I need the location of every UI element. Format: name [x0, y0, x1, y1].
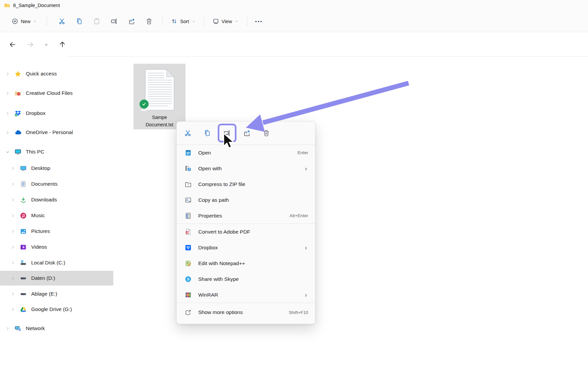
sidebar-item-videos[interactable]: Videos [0, 240, 113, 254]
sidebar-item-this-pc[interactable]: This PC [0, 144, 113, 159]
show-more-options-icon [184, 309, 192, 316]
address-bar[interactable] [76, 38, 588, 51]
cut-button[interactable] [179, 124, 197, 142]
copy-button[interactable] [70, 15, 88, 28]
sidebar-item-music[interactable]: Music [0, 208, 113, 223]
menu-item-properties[interactable]: PropertiesAlt+Enter [177, 208, 315, 224]
disk-icon [20, 275, 27, 282]
folder-icon [4, 2, 10, 8]
sidebar-item-desktop[interactable]: Desktop [0, 161, 113, 176]
sidebar-item-local-disk-c[interactable]: Local Disk (C:) [0, 255, 113, 270]
zip-folder-icon [184, 181, 192, 188]
videos-icon [20, 244, 27, 251]
cut-icon [58, 17, 66, 25]
cut-button[interactable] [53, 15, 70, 28]
copy-icon [75, 17, 83, 25]
rename-icon [110, 17, 118, 25]
menu-item-open-with[interactable]: Open with› [177, 161, 315, 176]
open-icon [184, 149, 192, 157]
star-icon [14, 70, 21, 77]
chevron-right-icon[interactable] [10, 275, 15, 281]
toolbar-separator [162, 17, 163, 26]
chevron-right-icon[interactable] [10, 166, 15, 171]
sidebar-item-dropbox[interactable]: Dropbox [0, 106, 113, 121]
delete-button[interactable] [140, 15, 158, 28]
paste-icon [93, 17, 101, 25]
sidebar-item-documents[interactable]: Documents [0, 177, 113, 191]
chevron-right-icon[interactable] [10, 229, 15, 234]
sidebar-item-creative-cloud-files[interactable]: Creative Cloud Files [0, 86, 113, 101]
share-icon [128, 17, 136, 25]
menu-item-copy-as-path[interactable]: Copy as path [177, 192, 315, 208]
chevron-right-icon[interactable] [10, 244, 15, 250]
chevron-right-icon[interactable] [10, 181, 15, 187]
trash-icon [262, 129, 270, 137]
delete-button[interactable] [257, 124, 275, 142]
sync-check-badge-icon [140, 100, 149, 109]
rename-button[interactable] [105, 15, 123, 28]
menu-item-label: Open [198, 150, 298, 156]
chevron-right-icon[interactable] [10, 260, 15, 265]
menu-item-winrar[interactable]: WinRAR› [177, 287, 315, 303]
menu-item-convert-adobe-pdf[interactable]: Convert to Adobe PDF [177, 224, 315, 240]
music-icon [20, 212, 27, 219]
chevron-down-icon [192, 19, 196, 23]
chevron-right-icon[interactable] [10, 307, 15, 312]
more-options-button[interactable]: ••• [252, 16, 266, 26]
menu-item-label: Compress to ZIP file [198, 181, 308, 187]
ellipsis-icon: ••• [255, 19, 263, 24]
open-with-icon [184, 165, 192, 172]
sidebar-item-quick-access[interactable]: Quick access [0, 66, 113, 81]
chevron-right-icon[interactable] [10, 291, 15, 297]
arrow-up-icon [58, 41, 66, 49]
file-item-sample-document[interactable]: Sampe Document.txt [133, 64, 185, 129]
share-icon [243, 129, 251, 137]
recent-locations-button[interactable] [44, 42, 49, 47]
chevron-right-icon[interactable] [10, 197, 15, 202]
forward-button[interactable] [26, 41, 34, 49]
sidebar-item-google-drive-g[interactable]: Google Drive (G:) [0, 302, 113, 317]
copy-button[interactable] [198, 124, 216, 142]
menu-item-open[interactable]: OpenEnter [177, 145, 315, 161]
chevron-right-icon[interactable] [5, 111, 10, 116]
sidebar-item-ablage-e[interactable]: Ablage (E:) [0, 287, 113, 301]
sidebar-item-label: Local Disk (C:) [31, 260, 65, 266]
menu-shortcut: Alt+Enter [289, 213, 308, 218]
view-icon [212, 18, 219, 25]
sidebar-item-network[interactable]: Network [0, 321, 113, 336]
sidebar-item-pictures[interactable]: Pictures [0, 224, 113, 239]
sidebar-item-label: Videos [31, 244, 47, 250]
notepad-plus-plus-icon [184, 260, 192, 267]
sidebar-item-label: Quick access [26, 71, 57, 77]
up-button[interactable] [58, 41, 66, 49]
share-button[interactable] [123, 15, 140, 28]
sidebar-item-onedrive[interactable]: OneDrive - Personal [0, 125, 113, 140]
rename-button-highlighted[interactable] [218, 124, 236, 142]
menu-item-compress-zip[interactable]: Compress to ZIP file [177, 176, 315, 192]
view-button[interactable]: View [209, 15, 242, 27]
menu-item-share-with-skype[interactable]: Share with Skype [177, 271, 315, 287]
chevron-right-icon[interactable] [5, 71, 10, 76]
chevron-right-icon[interactable] [5, 130, 10, 135]
sort-button[interactable]: Sort [167, 15, 199, 27]
skype-icon [184, 275, 192, 283]
chevron-down-icon [234, 19, 239, 23]
chevron-right-icon[interactable] [10, 213, 15, 218]
network-icon [14, 325, 21, 332]
share-button[interactable] [238, 124, 256, 142]
submenu-chevron-icon: › [305, 166, 308, 172]
menu-item-edit-notepad-plus-plus[interactable]: Edit with Notepad++ [177, 255, 315, 271]
view-button-label: View [222, 19, 232, 24]
paste-button[interactable] [88, 15, 105, 28]
chevron-down-icon[interactable] [5, 149, 10, 154]
onedrive-cloud-icon [14, 129, 21, 136]
sidebar-item-daten-d[interactable]: Daten (D:) [0, 271, 113, 286]
menu-item-dropbox[interactable]: Dropbox› [177, 240, 315, 255]
chevron-right-icon[interactable] [5, 90, 10, 96]
sidebar-item-label: Daten (D:) [31, 275, 55, 281]
back-button[interactable] [9, 41, 17, 49]
chevron-right-icon[interactable] [5, 326, 10, 331]
menu-item-show-more-options[interactable]: Show more optionsShift+F10 [177, 303, 315, 322]
new-button[interactable]: New [8, 15, 41, 27]
sidebar-item-downloads[interactable]: Downloads [0, 192, 113, 207]
